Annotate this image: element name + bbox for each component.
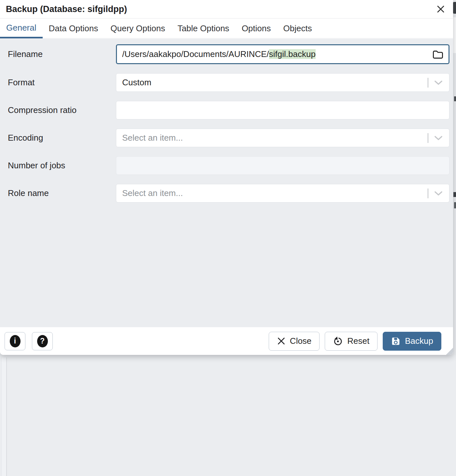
general-tab-panel: Filename /Users/aakakpo/Documents/AURINC… xyxy=(0,39,453,327)
format-row: Format Custom xyxy=(8,73,449,92)
encoding-row: Encoding Select an item... xyxy=(8,129,449,147)
backup-dialog: Backup (Database: sifgildpp) General Dat… xyxy=(0,0,453,355)
number-of-jobs-input xyxy=(122,157,443,175)
background-fragment xyxy=(454,96,456,101)
filename-input[interactable]: /Users/aakakpo/Documents/AURINCE/sifgil.… xyxy=(116,44,449,64)
tab-objects[interactable]: Objects xyxy=(277,19,318,38)
tab-table-options[interactable]: Table Options xyxy=(171,19,235,38)
tab-bar: General Data Options Query Options Table… xyxy=(0,19,453,38)
help-icon: ? xyxy=(37,335,48,347)
folder-icon[interactable] xyxy=(432,49,443,60)
format-select[interactable]: Custom xyxy=(116,73,449,92)
tab-data-options[interactable]: Data Options xyxy=(43,19,105,38)
filename-row: Filename /Users/aakakpo/Documents/AURINC… xyxy=(8,44,449,64)
chevron-down-icon[interactable] xyxy=(434,80,443,85)
filename-path-prefix: /Users/aakakpo/Documents/AURINCE/ xyxy=(122,49,269,59)
compression-ratio-label: Compression ratio xyxy=(8,105,116,115)
screen: Backup (Database: sifgildpp) General Dat… xyxy=(0,0,456,476)
background-panel-strip xyxy=(1,357,7,476)
compression-ratio-input[interactable] xyxy=(122,101,443,119)
filename-selected-text: sifgil.backup xyxy=(269,49,316,59)
reset-button[interactable]: Reset xyxy=(325,332,378,351)
background-window-area xyxy=(0,355,456,476)
background-fragment xyxy=(453,192,456,197)
encoding-placeholder: Select an item... xyxy=(122,133,183,143)
number-of-jobs-label: Number of jobs xyxy=(8,161,116,171)
close-button[interactable]: Close xyxy=(269,332,320,351)
resize-handle[interactable] xyxy=(446,348,453,355)
backup-button-label: Backup xyxy=(405,336,433,346)
encoding-label: Encoding xyxy=(8,133,116,143)
role-name-placeholder: Select an item... xyxy=(122,188,183,198)
tab-query-options[interactable]: Query Options xyxy=(104,19,171,38)
backup-button[interactable]: Backup xyxy=(383,332,441,351)
close-button-label: Close xyxy=(290,336,311,346)
role-name-label: Role name xyxy=(8,188,116,198)
info-button[interactable]: i xyxy=(5,332,25,350)
reset-button-label: Reset xyxy=(347,336,369,346)
role-name-row: Role name Select an item... xyxy=(8,184,449,203)
dialog-header: Backup (Database: sifgildpp) xyxy=(0,0,453,19)
close-x-icon xyxy=(277,337,286,345)
help-button[interactable]: ? xyxy=(32,332,53,350)
dialog-footer: i ? Close Reset xyxy=(0,327,453,355)
compression-ratio-row: Compression ratio xyxy=(8,101,449,119)
number-of-jobs-row: Number of jobs xyxy=(8,156,449,175)
undo-icon xyxy=(333,336,343,346)
filename-label: Filename xyxy=(8,49,116,59)
save-icon xyxy=(391,336,401,346)
encoding-select[interactable]: Select an item... xyxy=(116,129,449,147)
info-icon: i xyxy=(10,335,21,347)
background-fragment xyxy=(454,202,456,208)
chevron-down-icon[interactable] xyxy=(434,191,443,196)
format-value: Custom xyxy=(122,77,151,88)
chevron-down-icon[interactable] xyxy=(434,135,443,140)
format-label: Format xyxy=(8,77,116,88)
tab-options[interactable]: Options xyxy=(235,19,277,38)
dialog-title: Backup (Database: sifgildpp) xyxy=(6,4,127,14)
close-icon[interactable] xyxy=(434,3,447,16)
tab-general[interactable]: General xyxy=(0,19,43,38)
role-name-select[interactable]: Select an item... xyxy=(116,184,449,203)
background-fragment xyxy=(453,2,456,14)
